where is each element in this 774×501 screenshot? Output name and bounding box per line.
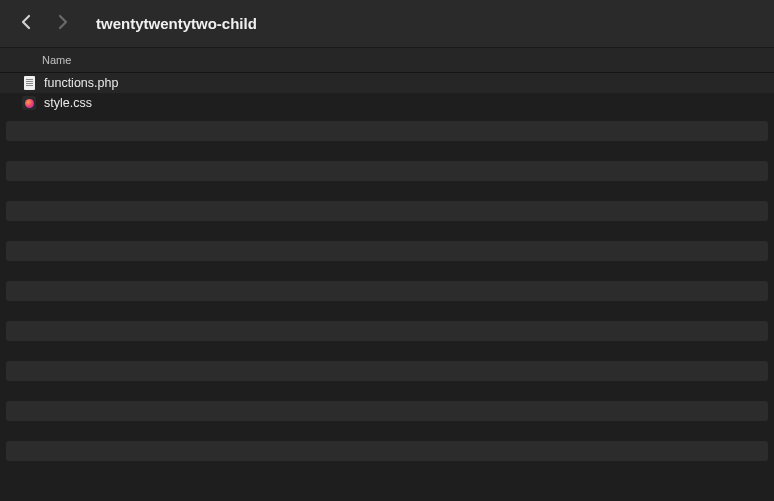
file-row[interactable]: style.css xyxy=(0,93,774,113)
empty-rows xyxy=(0,113,774,481)
file-name: functions.php xyxy=(44,77,118,90)
empty-row xyxy=(6,401,768,421)
toolbar: twentytwentytwo-child xyxy=(0,0,774,47)
empty-row xyxy=(6,161,768,181)
file-list: functions.php style.css xyxy=(0,73,774,113)
forward-button[interactable] xyxy=(48,10,76,38)
css-icon xyxy=(22,96,36,110)
empty-row xyxy=(6,361,768,381)
column-header-row: Name xyxy=(0,47,774,73)
document-icon xyxy=(22,76,36,90)
empty-row xyxy=(6,121,768,141)
empty-row xyxy=(6,201,768,221)
empty-row xyxy=(6,441,768,461)
empty-row xyxy=(6,281,768,301)
chevron-right-icon xyxy=(57,14,68,34)
column-header-name[interactable]: Name xyxy=(42,54,71,66)
back-button[interactable] xyxy=(12,10,40,38)
folder-title: twentytwentytwo-child xyxy=(96,15,257,32)
file-name: style.css xyxy=(44,97,92,110)
chevron-left-icon xyxy=(21,14,32,34)
empty-row xyxy=(6,241,768,261)
file-row[interactable]: functions.php xyxy=(0,73,774,93)
empty-row xyxy=(6,321,768,341)
